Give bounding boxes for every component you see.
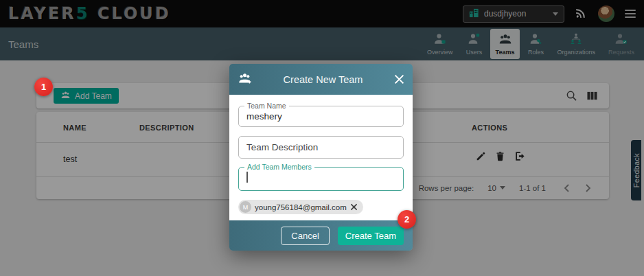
- add-team-members-label: Add Team Members: [244, 163, 314, 171]
- modal-footer: Cancel Create Team: [229, 220, 413, 251]
- modal-title: Create New Team: [252, 74, 394, 85]
- annotation-step-2: 2: [398, 210, 416, 229]
- chip-avatar: M: [240, 201, 251, 213]
- group-add-icon: [238, 72, 252, 87]
- chip-email: young756184@gmail.com: [255, 203, 347, 211]
- team-description-placeholder: Team Description: [246, 142, 318, 152]
- team-name-label: Team Name: [244, 102, 289, 110]
- modal-header: Create New Team: [229, 64, 413, 95]
- annotation-step-1: 1: [34, 78, 53, 96]
- create-team-button[interactable]: Create Team: [338, 227, 404, 245]
- team-name-field[interactable]: Team Name meshery: [238, 106, 404, 127]
- cancel-button[interactable]: Cancel: [281, 227, 329, 245]
- add-team-members-field[interactable]: Add Team Members: [238, 167, 404, 191]
- close-icon[interactable]: [394, 74, 404, 84]
- modal-body: Team Name meshery Team Description Add T…: [229, 95, 413, 220]
- chip-remove-icon[interactable]: [350, 203, 358, 211]
- member-chip[interactable]: M young756184@gmail.com: [238, 200, 363, 214]
- team-description-field[interactable]: Team Description: [238, 136, 404, 159]
- team-name-value: meshery: [246, 111, 282, 122]
- text-cursor: [246, 172, 248, 183]
- create-team-modal: Create New Team Team Name meshery Team D…: [229, 64, 413, 251]
